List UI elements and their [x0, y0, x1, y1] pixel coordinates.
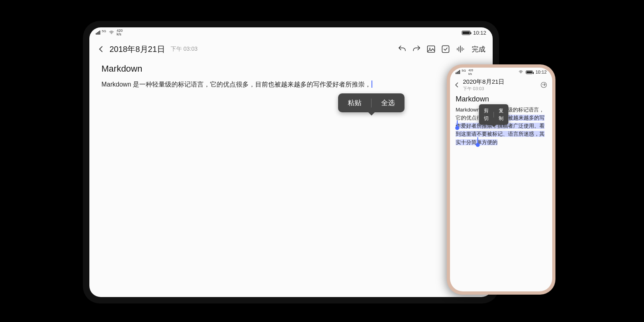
done-button[interactable]: 完成	[472, 45, 485, 54]
undo-icon	[397, 44, 407, 54]
tablet-header: 2018年8月21日 下午 03:03 完成	[89, 38, 493, 60]
note-title[interactable]: Markdown	[101, 64, 481, 74]
context-menu-arrow-icon	[491, 125, 496, 127]
tablet-device-frame: 5G 420 k/s 10:12 2018年8月21日 下午 03:03	[83, 21, 499, 303]
status-left: 5G 420 k/s	[456, 68, 473, 76]
context-copy[interactable]: 复制	[494, 107, 508, 122]
voice-waveform-icon	[455, 44, 465, 54]
note-date: 2020年8月21日	[463, 78, 538, 86]
redo-icon	[412, 44, 421, 54]
phone-device-frame: 5G 420 k/s 10:12 2020年8月21日 下午 03:03	[447, 64, 555, 295]
redo-button[interactable]	[411, 44, 422, 54]
status-right: 10:12	[518, 70, 547, 74]
context-menu: 剪切 复制	[479, 104, 508, 125]
svg-point-3	[541, 82, 547, 88]
svg-rect-0	[427, 46, 435, 52]
battery-icon	[526, 70, 533, 74]
phone-screen: 5G 420 k/s 10:12 2020年8月21日 下午 03:03	[450, 68, 552, 291]
tablet-status-bar: 5G 420 k/s 10:12	[89, 27, 493, 38]
context-cut[interactable]: 剪切	[479, 107, 493, 122]
tablet-screen: 5G 420 k/s 10:12 2018年8月21日 下午 03:03	[89, 27, 493, 297]
note-paragraph[interactable]: Markdown 是一种轻量级的标记语言，它的优点很多，目前也被越来越多的写作爱…	[456, 106, 547, 147]
selection-handle-start[interactable]	[455, 126, 459, 130]
header-dates: 2020年8月21日 下午 03:03	[463, 78, 538, 92]
back-icon[interactable]	[97, 45, 105, 54]
share-button[interactable]	[540, 81, 547, 89]
signal-label: 5G	[462, 69, 466, 72]
undo-button[interactable]	[397, 44, 407, 54]
status-clock: 10:12	[473, 30, 486, 36]
status-left: 5G 420 k/s	[96, 29, 123, 36]
note-text[interactable]: Markdown 是一种轻量级的标记语言，它的优点很多，目前也被越来越多的写作爱…	[101, 81, 371, 88]
share-icon	[540, 81, 547, 89]
voice-button[interactable]	[455, 44, 465, 54]
cellular-signal-icon	[96, 31, 100, 35]
checklist-button[interactable]	[440, 44, 451, 54]
note-time: 下午 03:03	[463, 86, 538, 92]
selection-handle-end[interactable]	[476, 143, 480, 147]
text-cursor	[372, 80, 372, 88]
note-time: 下午 03:03	[171, 45, 198, 53]
note-text-pre[interactable]: Markdown	[456, 107, 481, 113]
svg-point-1	[429, 48, 431, 49]
wifi-icon	[518, 70, 523, 74]
phone-header: 2020年8月21日 下午 03:03	[450, 76, 552, 94]
tablet-note-body[interactable]: Markdown Markdown 是一种轻量级的标记语言，它的优点很多，目前也…	[89, 60, 493, 91]
cellular-signal-icon	[456, 70, 460, 74]
signal-label: 5G	[102, 30, 106, 33]
battery-icon	[462, 31, 471, 35]
image-icon	[426, 44, 436, 54]
note-date: 2018年8月21日	[109, 44, 165, 55]
net-speed: 420 k/s	[117, 29, 123, 36]
note-title[interactable]: Markdown	[456, 95, 547, 103]
context-select-all[interactable]: 全选	[372, 98, 405, 107]
back-icon[interactable]	[453, 81, 460, 89]
phone-note-body[interactable]: Markdown Markdown 是一种轻量级的标记语言，它的优点很多，目前也…	[450, 94, 552, 147]
status-right: 10:12	[462, 30, 486, 36]
context-menu: 粘贴 全选	[338, 93, 405, 112]
wifi-icon	[109, 30, 114, 35]
context-menu-arrow-icon	[368, 112, 375, 116]
phone-status-bar: 5G 420 k/s 10:12	[450, 68, 552, 76]
svg-rect-2	[442, 46, 449, 53]
net-speed: 420 k/s	[469, 68, 473, 76]
image-button[interactable]	[426, 44, 436, 54]
context-paste[interactable]: 粘贴	[338, 98, 371, 107]
note-paragraph[interactable]: Markdown 是一种轻量级的标记语言，它的优点很多，目前也被越来越多的写作爱…	[101, 79, 481, 90]
checkbox-icon	[441, 44, 450, 54]
status-clock: 10:12	[535, 70, 547, 74]
